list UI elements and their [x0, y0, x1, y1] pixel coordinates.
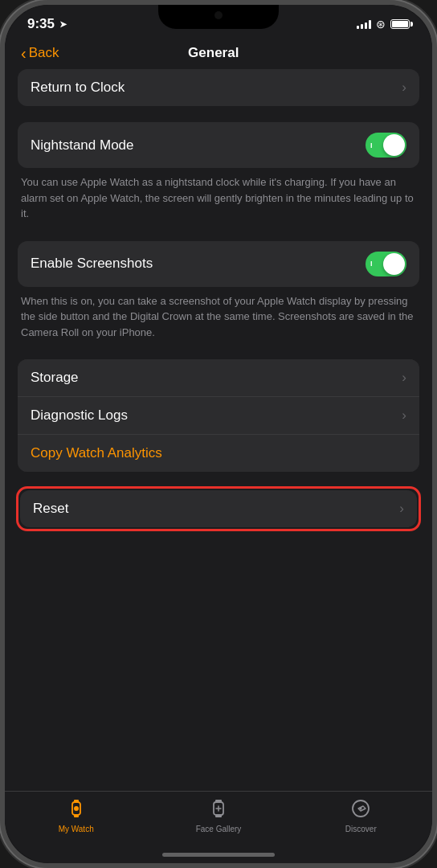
- phone-screen: 9:35 ➤ ⊛ ‹ Back Gene: [5, 5, 432, 863]
- svg-point-11: [360, 808, 362, 810]
- copy-watch-analytics-label: Copy Watch Analytics: [31, 445, 162, 461]
- nav-bar: ‹ Back General: [5, 39, 432, 69]
- my-watch-tab-label: My Watch: [59, 825, 94, 833]
- reset-cell[interactable]: Reset ›: [20, 490, 417, 527]
- svg-rect-6: [215, 815, 222, 817]
- status-time: 9:35 ➤: [27, 16, 67, 32]
- screenshots-section: Enable Screenshots I When this is on, yo…: [18, 241, 419, 344]
- content-scroll[interactable]: Return to Clock › Nightstand Mode I: [5, 69, 432, 791]
- tab-bar: My Watch Face Gallery: [5, 791, 432, 850]
- back-chevron-icon: ‹: [21, 45, 27, 61]
- toggle-knob-screenshots: [383, 253, 405, 275]
- battery-fill: [392, 21, 408, 27]
- tab-discover[interactable]: Discover: [290, 798, 432, 833]
- back-button[interactable]: ‹ Back: [21, 45, 59, 61]
- storage-label: Storage: [31, 370, 79, 386]
- screenshots-description: When this is on, you can take a screensh…: [18, 287, 419, 344]
- nightstand-section: Nightstand Mode I You can use Apple Watc…: [18, 122, 419, 225]
- toggle-label-screenshots: I: [370, 260, 373, 268]
- discover-icon: [350, 798, 371, 822]
- reset-label: Reset: [33, 501, 68, 517]
- nightstand-cell[interactable]: Nightstand Mode I: [18, 122, 419, 168]
- nightstand-toggle[interactable]: I: [366, 133, 406, 158]
- return-to-clock-chevron: ›: [402, 80, 406, 96]
- storage-section: Storage › Diagnostic Logs › Copy Watch A…: [18, 359, 419, 472]
- screenshots-group: Enable Screenshots I: [18, 241, 419, 287]
- storage-group: Storage › Diagnostic Logs › Copy Watch A…: [18, 359, 419, 472]
- phone-frame: 9:35 ➤ ⊛ ‹ Back Gene: [0, 0, 437, 868]
- location-icon: ➤: [59, 19, 67, 30]
- signal-bar-1: [357, 26, 359, 29]
- diagnostic-logs-cell[interactable]: Diagnostic Logs ›: [18, 397, 419, 435]
- home-indicator: [162, 853, 275, 857]
- copy-watch-analytics-cell[interactable]: Copy Watch Analytics: [18, 435, 419, 472]
- tab-my-watch[interactable]: My Watch: [5, 798, 147, 833]
- return-to-clock-cell[interactable]: Return to Clock ›: [18, 69, 419, 106]
- toggle-knob-nightstand: [383, 134, 405, 156]
- return-to-clock-group: Return to Clock ›: [18, 69, 419, 106]
- storage-chevron: ›: [402, 370, 406, 386]
- signal-bar-2: [361, 24, 363, 29]
- reset-chevron: ›: [399, 501, 404, 517]
- nav-title: General: [59, 45, 368, 61]
- signal-bar-3: [365, 23, 367, 29]
- svg-rect-5: [215, 800, 222, 802]
- wifi-icon: ⊛: [376, 18, 386, 31]
- reset-cell-wrapper: Reset ›: [18, 488, 419, 530]
- my-watch-icon: [66, 798, 87, 822]
- notch: [158, 5, 279, 29]
- reset-section: Reset ›: [18, 488, 419, 530]
- battery-icon: [390, 19, 410, 29]
- svg-rect-1: [74, 800, 79, 802]
- screenshots-cell[interactable]: Enable Screenshots I: [18, 241, 419, 287]
- back-label: Back: [29, 45, 59, 61]
- signal-bars: [357, 19, 371, 29]
- svg-rect-2: [74, 815, 79, 817]
- svg-point-3: [74, 806, 79, 811]
- signal-bar-4: [369, 20, 371, 29]
- toggle-label-nightstand: I: [370, 141, 373, 149]
- diagnostic-logs-label: Diagnostic Logs: [31, 407, 128, 424]
- tab-face-gallery[interactable]: Face Gallery: [147, 798, 289, 833]
- screenshots-toggle[interactable]: I: [366, 252, 406, 276]
- nightstand-description: You can use Apple Watch as a nightstand …: [18, 168, 419, 225]
- camera-dot: [214, 11, 223, 19]
- diagnostic-chevron: ›: [402, 407, 406, 424]
- status-icons: ⊛: [357, 18, 410, 31]
- return-to-clock-section: Return to Clock ›: [18, 69, 419, 106]
- storage-cell[interactable]: Storage ›: [18, 359, 419, 397]
- nightstand-label: Nightstand Mode: [31, 137, 134, 154]
- nightstand-group: Nightstand Mode I: [18, 122, 419, 168]
- face-gallery-icon: [208, 798, 229, 822]
- return-to-clock-label: Return to Clock: [31, 80, 125, 96]
- face-gallery-tab-label: Face Gallery: [196, 825, 242, 833]
- screenshots-label: Enable Screenshots: [31, 256, 153, 272]
- discover-tab-label: Discover: [345, 825, 377, 833]
